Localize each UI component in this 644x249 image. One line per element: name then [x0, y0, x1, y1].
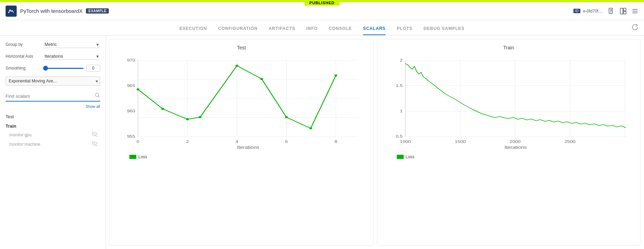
svg-text:0.5: 0.5: [396, 134, 403, 139]
hide-gpu-icon: [92, 131, 97, 138]
svg-point-8: [95, 93, 98, 96]
scalar-group-test[interactable]: Test: [6, 113, 100, 121]
svg-rect-2: [620, 8, 623, 14]
svg-text:2000: 2000: [509, 139, 521, 144]
show-all-link[interactable]: Show all: [6, 104, 100, 109]
sidebar: Group by Metric None ▾ Horizontal Axis I…: [0, 35, 106, 249]
svg-text:955: 955: [127, 134, 135, 139]
tab-scalars[interactable]: SCALARS: [363, 26, 386, 35]
svg-text:2: 2: [186, 139, 189, 144]
chart-test: Test 970 965 960 955: [110, 39, 373, 246]
horizontal-axis-select[interactable]: Iterations Time Epoch: [43, 53, 100, 60]
svg-text:Iterations: Iterations: [504, 145, 526, 150]
svg-text:2: 2: [400, 58, 403, 63]
svg-text:1500: 1500: [454, 139, 466, 144]
chart-train-legend: Loss: [383, 154, 635, 159]
svg-point-34: [199, 116, 201, 118]
svg-point-31: [137, 88, 139, 90]
scalar-group-train[interactable]: Train: [6, 122, 100, 130]
svg-point-32: [161, 108, 164, 110]
svg-text:1.5: 1.5: [396, 83, 403, 88]
menu-icon-btn[interactable]: [631, 8, 638, 15]
search-icon: [95, 93, 100, 99]
header-id: ID e-0fd70f....: [573, 9, 603, 14]
svg-rect-3: [623, 8, 626, 11]
svg-line-9: [98, 96, 99, 97]
smoothing-slider[interactable]: [43, 68, 83, 69]
chart-test-title: Test: [115, 45, 368, 50]
exp-moving-select[interactable]: Exponential Moving Ave... None: [6, 77, 100, 86]
svg-text:2500: 2500: [564, 139, 575, 144]
svg-text:4: 4: [235, 139, 238, 144]
chart-train-title: Train: [383, 45, 635, 50]
chart-test-legend: Loss: [115, 154, 368, 159]
chart-train: Train 2 1.5 1 0.5 1000 1500: [377, 39, 641, 246]
layout-icon-btn[interactable]: [620, 8, 627, 15]
legend-color-train: [397, 155, 404, 159]
svg-point-33: [186, 118, 189, 120]
svg-point-39: [335, 74, 337, 77]
tab-plots[interactable]: PLOTS: [397, 26, 412, 35]
scalar-sub-monitor-machine[interactable]: :monitor:machine: [6, 139, 100, 149]
legend-label-train: Loss: [406, 154, 414, 159]
svg-point-35: [235, 65, 238, 67]
tab-info[interactable]: INFO: [306, 26, 318, 35]
svg-text:0: 0: [137, 139, 139, 144]
svg-point-38: [309, 127, 312, 129]
charts-area: Test 970 965 960 955: [106, 35, 644, 249]
svg-text:960: 960: [127, 109, 135, 113]
legend-color-test: [129, 155, 136, 159]
svg-text:6: 6: [285, 139, 288, 144]
tab-artifacts[interactable]: ARTIFACTS: [269, 26, 295, 35]
svg-point-36: [260, 78, 263, 80]
top-bar: PUBLISHED: [0, 0, 644, 2]
search-row: [6, 93, 100, 102]
tab-debug-samples[interactable]: DEBUG SAMPLES: [424, 26, 465, 35]
logo-icon: [6, 6, 17, 17]
legend-label-test: Loss: [138, 154, 147, 159]
scalar-sub-monitor-gpu[interactable]: :monitor:gpu: [6, 130, 100, 139]
app-title: PyTorch with tensorboardX: [20, 8, 82, 14]
svg-point-0: [8, 12, 9, 13]
horizontal-axis-label: Horizontal Axis: [6, 54, 40, 59]
tab-configuration[interactable]: CONFIGURATION: [218, 26, 257, 35]
svg-text:965: 965: [127, 83, 135, 88]
svg-text:8: 8: [335, 139, 337, 144]
group-by-select[interactable]: Metric None: [43, 41, 100, 48]
svg-text:1000: 1000: [400, 139, 411, 144]
group-by-label: Group by: [6, 42, 40, 47]
refresh-button[interactable]: [631, 24, 638, 32]
tab-execution[interactable]: EXECUTION: [179, 26, 207, 35]
document-icon-btn[interactable]: [608, 8, 615, 15]
svg-text:1: 1: [400, 109, 403, 113]
tab-console[interactable]: CONSOLE: [329, 26, 352, 35]
smoothing-value-input[interactable]: [86, 65, 100, 72]
svg-text:970: 970: [127, 58, 135, 63]
smoothing-label: Smoothing: [6, 66, 40, 71]
example-badge: EXAMPLE: [86, 8, 109, 14]
nav-tabs: EXECUTION CONFIGURATION ARTIFACTS INFO C…: [0, 20, 644, 35]
svg-point-37: [285, 116, 288, 118]
svg-text:Iterations: Iterations: [237, 145, 259, 150]
hide-machine-icon: [92, 141, 97, 147]
search-input[interactable]: [6, 94, 95, 99]
svg-rect-4: [623, 11, 626, 14]
published-badge: PUBLISHED: [305, 0, 340, 6]
